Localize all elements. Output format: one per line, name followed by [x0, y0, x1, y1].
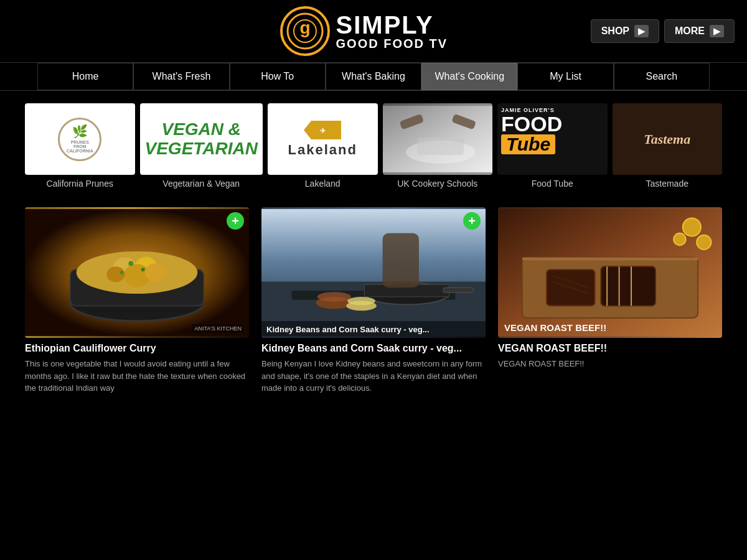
- svg-point-21: [141, 268, 145, 271]
- nav-whats-baking[interactable]: What's Baking: [326, 63, 421, 90]
- logo-area: g SIMPLY GOOD FOOD TV: [137, 6, 591, 56]
- channel-uk-cookery[interactable]: UK Cookery Schools: [383, 103, 493, 189]
- video-card-vegan-roast[interactable]: VEGAN ROAST BEEF!! VEGAN ROAST BEEF!! VE…: [498, 207, 722, 394]
- logo-simply: SIMPLY: [336, 12, 448, 37]
- kidney-title-text: Kidney Beans and Corn Saak curry - veg..…: [266, 325, 430, 334]
- video-desc-vegan-roast: VEGAN ROAST BEEF!!: [498, 358, 722, 370]
- prune-logo: 🌿 PRUNESFROM CALIFORNIA: [58, 118, 101, 161]
- svg-point-18: [106, 266, 125, 282]
- title-overlay-vegan-roast: VEGAN ROAST BEEF!!: [498, 317, 722, 338]
- logo-text: SIMPLY GOOD FOOD TV: [336, 12, 448, 50]
- svg-text:g: g: [299, 18, 310, 37]
- svg-rect-32: [383, 233, 419, 288]
- kidney-visual: [261, 207, 486, 338]
- video-title-kidney: Kidney Beans and Corn Saak curry - veg..…: [261, 343, 486, 354]
- navigation: Home What's Fresh How To What's Baking W…: [0, 62, 747, 91]
- channel-thumb-vegan: VEGAN &VEGETARIAN: [140, 103, 263, 175]
- add-to-list-btn-ethiopian[interactable]: +: [227, 212, 244, 230]
- more-arrow-icon: ▶: [710, 25, 724, 37]
- channel-thumb-tastemade: Tastema: [613, 103, 723, 175]
- svg-rect-33: [443, 287, 474, 292]
- more-button[interactable]: MORE ▶: [664, 19, 735, 43]
- channel-thumb-cookery: [383, 103, 493, 175]
- video-thumb-kidney: + Kidney Beans and Corn Saak curry - veg…: [261, 207, 486, 338]
- channel-food-tube[interactable]: JAMIE OLIVER'S FOOD Tube Food Tube: [497, 103, 608, 189]
- channel-label-lakeland: Lakeland: [305, 179, 341, 189]
- channel-label-cookery: UK Cookery Schools: [397, 179, 477, 189]
- svg-point-19: [145, 263, 166, 281]
- channel-thumb-prunes: 🌿 PRUNESFROM CALIFORNIA: [25, 103, 135, 175]
- nav-whats-fresh[interactable]: What's Fresh: [133, 63, 229, 90]
- cauliflower-visual: [25, 207, 249, 338]
- cookery-visual: [383, 103, 493, 175]
- more-label: MORE: [675, 26, 705, 37]
- svg-rect-36: [522, 258, 698, 261]
- svg-rect-8: [417, 138, 463, 155]
- video-card-ethiopian[interactable]: + ANITA'S KITCHEN Ethiopian Cauliflower …: [25, 207, 249, 394]
- nav-whats-cooking[interactable]: What's Cooking: [421, 63, 517, 90]
- channel-label-prunes: California Prunes: [47, 179, 113, 189]
- video-desc-kidney: Being Kenyan I love Kidney beans and swe…: [261, 358, 486, 394]
- channels-section: 🌿 PRUNESFROM CALIFORNIA California Prune…: [0, 91, 747, 195]
- svg-rect-38: [601, 266, 655, 306]
- title-overlay-kidney: Kidney Beans and Corn Saak curry - veg..…: [261, 321, 486, 338]
- logo-subtitle: GOOD FOOD TV: [336, 37, 448, 50]
- channel-label-tastemade: Tastemade: [646, 179, 688, 189]
- channel-label-foodtube: Food Tube: [532, 179, 573, 189]
- videos-grid: + ANITA'S KITCHEN Ethiopian Cauliflower …: [25, 207, 722, 394]
- channel-tastemade[interactable]: Tastema Tastemade: [613, 103, 723, 189]
- nav-home[interactable]: Home: [37, 63, 133, 90]
- svg-point-44: [683, 218, 701, 236]
- channel-california-prunes[interactable]: 🌿 PRUNESFROM CALIFORNIA California Prune…: [25, 103, 135, 189]
- svg-point-46: [674, 233, 685, 245]
- header: g SIMPLY GOOD FOOD TV SHOP ▶ MORE ▶: [0, 0, 747, 62]
- svg-point-20: [128, 261, 133, 266]
- svg-point-31: [347, 297, 375, 306]
- shop-arrow-icon: ▶: [634, 25, 649, 37]
- channel-thumb-lakeland: ✈ Lakeland: [268, 103, 378, 175]
- add-to-list-btn-kidney[interactable]: +: [463, 212, 481, 230]
- svg-text:✈: ✈: [320, 127, 326, 134]
- nav-how-to[interactable]: How To: [230, 63, 326, 90]
- video-thumb-ethiopian: + ANITA'S KITCHEN: [25, 207, 249, 338]
- channel-thumb-foodtube: JAMIE OLIVER'S FOOD Tube: [497, 103, 608, 175]
- header-buttons: SHOP ▶ MORE ▶: [591, 19, 735, 43]
- videos-section: + ANITA'S KITCHEN Ethiopian Cauliflower …: [0, 195, 747, 407]
- logo-icon: g: [280, 6, 330, 56]
- video-title-vegan-roast: VEGAN ROAST BEEF!!: [498, 343, 722, 354]
- nav-search[interactable]: Search: [614, 63, 710, 90]
- lakeland-logo-shape: ✈: [304, 121, 341, 139]
- watermark-ethiopian: ANITA'S KITCHEN: [192, 324, 244, 333]
- video-title-ethiopian: Ethiopian Cauliflower Curry: [25, 343, 249, 354]
- svg-point-45: [697, 235, 711, 250]
- video-thumb-vegan-roast: VEGAN ROAST BEEF!!: [498, 207, 722, 338]
- channel-vegetarian-vegan[interactable]: VEGAN &VEGETARIAN Vegetarian & Vegan: [140, 103, 263, 189]
- shop-button[interactable]: SHOP ▶: [591, 19, 659, 43]
- nav-my-list[interactable]: My List: [517, 63, 613, 90]
- video-card-kidney[interactable]: + Kidney Beans and Corn Saak curry - veg…: [261, 207, 486, 394]
- channels-grid: 🌿 PRUNESFROM CALIFORNIA California Prune…: [25, 103, 722, 189]
- channel-label-vegan: Vegetarian & Vegan: [162, 179, 240, 189]
- svg-point-22: [120, 271, 124, 274]
- video-desc-ethiopian: This is one vegetable that I would avoid…: [25, 358, 249, 394]
- shop-label: SHOP: [601, 26, 629, 37]
- channel-lakeland[interactable]: ✈ Lakeland Lakeland: [268, 103, 378, 189]
- svg-point-29: [317, 292, 351, 302]
- vegan-roast-title-text: VEGAN ROAST BEEF!!: [504, 322, 606, 333]
